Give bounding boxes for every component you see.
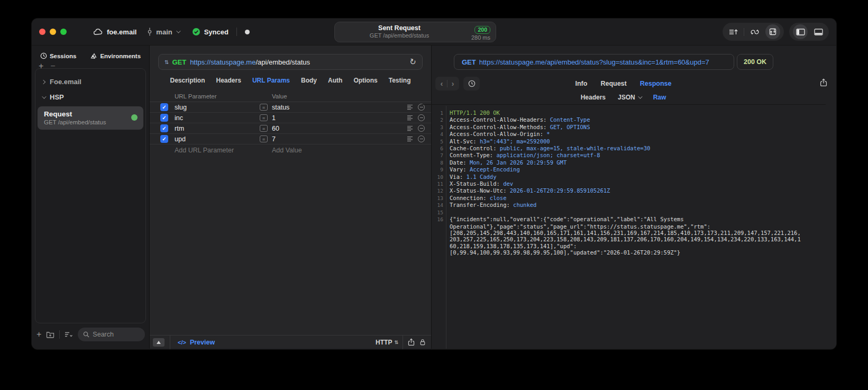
param-name-input[interactable]: rtm [175,125,260,132]
param-name-input[interactable]: slug [175,104,260,111]
add-value-field[interactable]: Add Value [272,147,431,154]
param-enabled-checkbox[interactable]: ✓ [160,135,168,143]
response-line: 5Alt-Svc: h3=":443"; ma=2592000 [432,138,836,145]
resend-request-icon[interactable]: ↻ [408,57,417,68]
param-value-input[interactable]: status [272,104,407,111]
text-options-icon[interactable] [407,125,413,131]
footer-separator [403,335,403,349]
response-line: 11X-Status-Build: dev [432,180,836,187]
export-response-icon[interactable] [820,78,827,87]
tab-environments-label: Environments [100,53,141,59]
branch-chevron-down-icon[interactable] [176,29,180,33]
add-session-button[interactable]: + [39,61,43,71]
sidebar-search-input[interactable]: Search [78,328,145,341]
tab-auth[interactable]: Auth [328,77,342,84]
request-url-bar[interactable]: ⇅ GET https://statuspage.me/api/embed/st… [158,54,423,70]
subtab-raw[interactable]: Raw [653,94,666,101]
sync-check-icon [192,28,200,36]
param-name-input[interactable]: inc [175,114,260,122]
preview-button[interactable]: </> Preview [178,339,215,346]
project-name[interactable]: foe.email [107,28,136,36]
tab-environments[interactable]: Environments [90,52,141,59]
tab-description[interactable]: Description [170,77,205,84]
tab-body[interactable]: Body [301,77,317,84]
sessions-panel: Foe.email HSP Request GET /api/embed/sta… [35,68,146,323]
new-folder-icon[interactable] [46,331,54,338]
response-url-bar[interactable]: GET https://statuspage.me/api/embed/stat… [454,54,734,70]
remove-param-icon[interactable] [418,135,425,142]
text-options-icon[interactable] [407,104,413,110]
response-line: 203,257,225,165,250,173,204,223,158,208,… [432,236,836,242]
sent-request-pill[interactable]: Sent Request GET /api/embed/status 200 2… [334,22,496,42]
share-icon[interactable] [408,338,415,346]
gutter-divider [446,106,446,349]
toggle-bottom-panel-button[interactable] [811,25,825,39]
expand-console-button[interactable] [153,338,165,347]
tree-group-hsp[interactable]: HSP [35,89,145,105]
toolbar-group-panels [789,23,829,41]
protocol-updown-icon: ⇅ [394,340,398,345]
tab-url-params[interactable]: URL Params [252,77,290,84]
tree-group-label: HSP [50,93,64,101]
params-header-row: URL Parameter Value [150,91,431,102]
tab-headers[interactable]: Headers [216,77,241,84]
zoom-window-button[interactable] [60,29,67,35]
param-value-input[interactable]: 7 [272,135,407,143]
sync-status-label[interactable]: Synced [204,28,229,36]
response-subtabs: Headers JSON Raw [421,90,826,105]
json-chevron-down-icon [638,94,642,98]
lock-icon[interactable] [419,338,426,346]
back-button[interactable]: ‹ [436,79,447,88]
sync-loop-button[interactable] [748,25,762,39]
param-value-input[interactable]: 60 [272,125,407,132]
response-line: 9Vary: Accept-Encoding [432,166,836,173]
sidebar-toolbar-separator [59,330,60,339]
tab-request[interactable]: Request [600,80,626,87]
add-url-parameter-field[interactable]: Add URL Parameter [175,147,260,154]
method-switcher-icon[interactable]: ⇅ [165,59,168,65]
sent-request-subtitle: GET /api/embed/status [335,32,464,39]
protocol-selector[interactable]: HTTP ⇅ [376,339,398,346]
tab-sessions[interactable]: Sessions [40,52,77,59]
add-param-row: Add URL Parameter Add Value [150,144,431,156]
history-button[interactable] [463,77,480,90]
request-method[interactable]: GET [172,58,186,66]
branch-name[interactable]: main [156,28,172,36]
param-enabled-checkbox[interactable]: ✓ [160,124,168,132]
request-list-item-selected[interactable]: Request GET /api/embed/status [38,106,143,130]
param-enabled-checkbox[interactable]: ✓ [160,114,168,122]
param-name-input[interactable]: upd [175,135,260,143]
request-url-host: https://statuspage.me [190,58,255,66]
tree-group-foe-email[interactable]: Foe.email [35,74,145,89]
param-enabled-checkbox[interactable]: ✓ [160,103,168,111]
response-line: 10Via: 1.1 Caddy [432,174,836,180]
request-list-button[interactable] [726,25,740,39]
response-method: GET [462,58,476,66]
remove-session-button[interactable]: − [50,61,55,71]
response-status-badge: 200 OK [737,54,773,70]
tab-response[interactable]: Response [640,80,672,87]
sort-filter-icon[interactable] [65,331,73,338]
subtab-json[interactable]: JSON [618,94,641,101]
tab-options[interactable]: Options [353,77,377,84]
toggle-left-panel-button[interactable] [793,24,808,39]
tab-testing[interactable]: Testing [389,77,411,84]
remove-param-icon[interactable] [418,125,425,132]
subtab-headers[interactable]: Headers [581,94,606,101]
response-tabs: Info Request Response [575,80,672,87]
request-duration: 280 ms [471,34,490,41]
close-window-button[interactable] [39,29,45,35]
minimize-window-button[interactable] [50,29,56,35]
editor-footer-bar: </> Preview HTTP ⇅ [150,335,431,349]
tab-info[interactable]: Info [575,80,588,87]
forward-button[interactable]: › [447,79,458,88]
param-value-input[interactable]: 1 [272,114,407,122]
request-editor-tabs: Description Headers URL Params Body Auth… [150,77,431,84]
text-options-icon[interactable] [407,115,413,121]
response-body[interactable]: 1HTTP/1.1 200 OK2Access-Control-Allow-He… [432,106,836,349]
response-line: 6Cache-Control: public, max-age=15, stal… [432,145,836,152]
remove-param-icon[interactable] [418,114,425,121]
import-export-button[interactable] [765,24,780,39]
add-request-button[interactable]: + [36,330,41,339]
text-options-icon[interactable] [407,136,413,142]
